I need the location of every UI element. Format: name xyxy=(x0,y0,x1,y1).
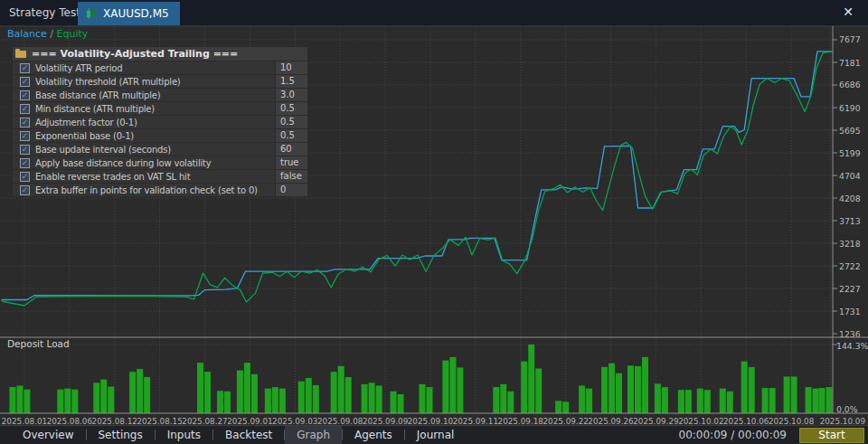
param-value[interactable]: 1.5 xyxy=(275,75,307,88)
deposit-load-bar xyxy=(331,372,337,413)
tab-journal[interactable]: Journal xyxy=(405,426,467,444)
params-group-header[interactable]: === Volatility-Adjusted Trailing === xyxy=(13,47,307,61)
param-checkbox-checked-icon[interactable]: ✓ xyxy=(20,63,30,73)
titlebar: Strategy Tester XAUUSD,M5 ✕ xyxy=(0,0,868,25)
strategy-tester-window: Strategy Tester XAUUSD,M5 ✕ 767771816686… xyxy=(0,0,868,444)
deposit-load-bar xyxy=(108,387,114,413)
deposit-load-bar xyxy=(298,382,305,413)
deposit-load-bar xyxy=(562,401,569,413)
tab-backtest[interactable]: Backtest xyxy=(213,426,284,444)
param-row[interactable]: ✓Min distance (ATR multiple)0.5 xyxy=(13,102,307,115)
param-value[interactable]: true xyxy=(275,156,307,169)
deposit-load-bar xyxy=(217,391,223,413)
param-label: Base distance (ATR multiple) xyxy=(35,90,275,100)
deposit-load-bar xyxy=(9,387,15,413)
param-row[interactable]: ✓Apply base distance during low volatili… xyxy=(13,156,307,169)
param-checkbox-checked-icon[interactable]: ✓ xyxy=(20,118,30,128)
param-row[interactable]: ✓Volatility threshold (ATR multiple)1.5 xyxy=(13,75,307,88)
y-axis-label: 6686 xyxy=(839,80,861,90)
deposit-load-bar xyxy=(442,361,448,413)
chart-legend: Balance / Equity xyxy=(7,28,88,40)
tab-agents[interactable]: Agents xyxy=(343,426,404,444)
deposit-load-bar xyxy=(144,377,150,413)
deposit-load-bar xyxy=(449,357,456,413)
param-checkbox-checked-icon[interactable]: ✓ xyxy=(20,90,30,100)
param-row[interactable]: ✓Base distance (ATR multiple)3.0 xyxy=(13,89,307,101)
input-params-panel: === Volatility-Adjusted Trailing === ✓Vo… xyxy=(13,47,307,197)
deposit-load-bar xyxy=(586,389,592,413)
param-checkbox-checked-icon[interactable]: ✓ xyxy=(20,131,30,141)
deposit-load-bar xyxy=(457,367,463,413)
deposit-load-bar xyxy=(627,365,634,413)
deposit-load-bar xyxy=(635,366,641,413)
deposit-min-label: 0.0% xyxy=(836,404,858,414)
deposit-load-bar xyxy=(507,392,514,413)
param-row[interactable]: ✓Extra buffer in points for validation c… xyxy=(13,184,307,196)
tester-graph-area: 7677718166866190569551994704420837133218… xyxy=(0,25,868,425)
tab-inputs[interactable]: Inputs xyxy=(156,426,212,444)
deposit-load-bar xyxy=(398,394,404,413)
param-value[interactable]: 60 xyxy=(275,143,307,156)
deposit-load-bar xyxy=(697,389,703,413)
y-axis-label: 2722 xyxy=(839,261,861,271)
deposit-load-bar xyxy=(137,369,143,413)
param-value[interactable]: 0 xyxy=(275,184,307,196)
deposit-load-bar xyxy=(749,367,755,413)
param-value[interactable]: 0.5 xyxy=(275,102,307,115)
y-axis-label: 1731 xyxy=(839,307,861,316)
param-row[interactable]: ✓Base update interval (seconds)60 xyxy=(13,143,307,156)
deposit-load-bar xyxy=(642,357,648,413)
param-value[interactable]: false xyxy=(275,170,307,183)
deposit-load-bar xyxy=(609,364,615,413)
param-checkbox-checked-icon[interactable]: ✓ xyxy=(20,104,30,114)
y-axis-label: 2227 xyxy=(839,284,861,294)
param-label: Min distance (ATR multiple) xyxy=(35,104,275,114)
param-value[interactable]: 10 xyxy=(275,61,307,74)
deposit-load-bar xyxy=(16,385,23,413)
deposit-load-bar xyxy=(678,390,684,413)
symbol-tab-xauusd[interactable]: XAUUSD,M5 xyxy=(78,2,180,25)
param-row[interactable]: ✓Enable reverse trades on VAT SL hitfals… xyxy=(13,170,307,183)
tab-overview[interactable]: Overview xyxy=(11,426,86,444)
deposit-load-bar xyxy=(579,385,585,413)
close-icon[interactable]: ✕ xyxy=(843,5,854,19)
param-checkbox-checked-icon[interactable]: ✓ xyxy=(20,145,30,155)
deposit-load-bar xyxy=(784,376,790,413)
x-axis-date-label: 2025.09.08 xyxy=(317,417,363,425)
x-axis-date-label: 2025.09.10 xyxy=(408,417,454,425)
deposit-load-bar xyxy=(224,392,231,413)
param-row[interactable]: ✓Exponential base (0-1)0.5 xyxy=(13,129,307,142)
deposit-load-bar xyxy=(272,387,278,413)
deposit-load-bar xyxy=(24,390,30,413)
tab-graph[interactable]: Graph xyxy=(285,426,342,444)
bottom-tabbar: OverviewSettingsInputsBacktestGraphAgent… xyxy=(0,425,868,444)
start-button[interactable]: Start xyxy=(799,428,864,443)
param-checkbox-checked-icon[interactable]: ✓ xyxy=(20,185,30,195)
param-label: Volatility ATR period xyxy=(35,63,275,73)
param-row[interactable]: ✓Adjustment factor (0-1)0.5 xyxy=(13,116,307,128)
y-axis-label: 5199 xyxy=(839,148,861,158)
param-value[interactable]: 0.5 xyxy=(275,116,307,128)
deposit-load-bar xyxy=(601,367,608,413)
symbol-tab-label: XAUUSD,M5 xyxy=(103,7,169,20)
deposit-load-bar xyxy=(345,377,352,413)
param-value[interactable]: 3.0 xyxy=(275,89,307,101)
param-label: Base update interval (seconds) xyxy=(35,145,275,155)
deposit-load-bar xyxy=(493,387,499,413)
tab-settings[interactable]: Settings xyxy=(87,426,155,444)
y-axis-label: 5695 xyxy=(839,126,861,136)
x-axis-date-label: 2025.09.18 xyxy=(498,417,543,425)
param-row[interactable]: ✓Volatility ATR period10 xyxy=(13,61,307,74)
param-checkbox-checked-icon[interactable]: ✓ xyxy=(20,158,30,168)
deposit-load-bar xyxy=(100,380,107,413)
params-group-title: === Volatility-Adjusted Trailing === xyxy=(32,48,238,60)
param-checkbox-checked-icon[interactable]: ✓ xyxy=(20,172,30,182)
param-value[interactable]: 0.5 xyxy=(275,129,307,142)
deposit-load-bar xyxy=(362,384,368,413)
deposit-load-bar xyxy=(662,387,668,413)
deposit-load-bar xyxy=(720,389,726,413)
x-axis-date-label: 2025.09.09 xyxy=(363,417,408,425)
deposit-load-bar xyxy=(376,385,382,413)
legend-balance: Balance xyxy=(7,28,47,40)
param-checkbox-checked-icon[interactable]: ✓ xyxy=(20,77,30,87)
